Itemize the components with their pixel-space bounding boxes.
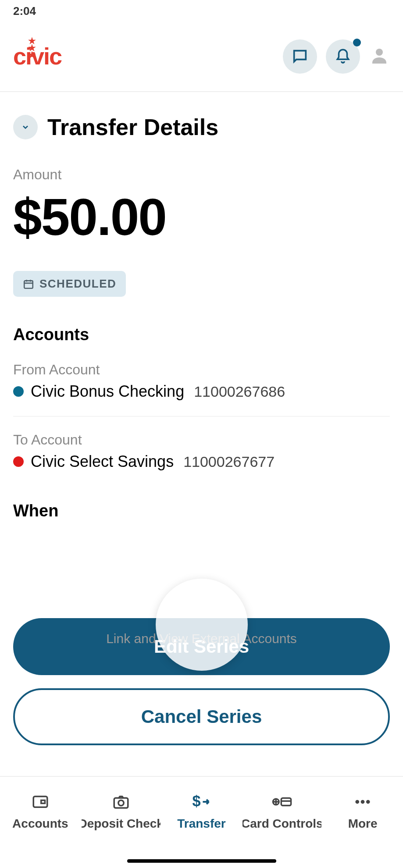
svg-point-0 xyxy=(376,49,383,56)
amount-value: $50.00 xyxy=(13,187,390,247)
status-time: 2:04 xyxy=(13,4,36,18)
to-account-row: Civic Select Savings 11000267677 xyxy=(13,452,390,471)
nav-label: More xyxy=(348,817,378,831)
chevron-down-icon xyxy=(21,123,30,132)
status-bar: 2:04 xyxy=(0,0,403,26)
when-heading: When xyxy=(13,502,390,520)
to-account-number: 11000267677 xyxy=(183,453,275,470)
from-account-number: 11000267686 xyxy=(194,383,285,400)
to-account-name: Civic Select Savings xyxy=(31,452,174,471)
svg-point-9 xyxy=(355,800,359,804)
bottom-nav: Accounts Deposit Check $ Transfer Card C… xyxy=(0,776,403,868)
camera-icon xyxy=(112,792,130,811)
transfer-icon: $ xyxy=(191,792,212,811)
chat-icon xyxy=(291,48,309,65)
nav-accounts[interactable]: Accounts xyxy=(1,792,80,831)
status-text: SCHEDULED xyxy=(39,277,116,291)
nav-label: Transfer xyxy=(177,817,226,831)
svg-rect-4 xyxy=(114,798,128,808)
action-bar: Link and View External Accounts Edit Ser… xyxy=(0,605,403,776)
transfer-details-panel: Transfer Details Amount $50.00 SCHEDULED… xyxy=(0,92,403,520)
svg-text:$: $ xyxy=(193,793,201,809)
nav-label: Accounts xyxy=(12,817,68,831)
profile-button[interactable] xyxy=(369,45,390,68)
logo-stars-icon: ★ ★ ★ xyxy=(28,37,61,58)
notification-dot-icon xyxy=(353,39,361,46)
header-actions xyxy=(283,39,390,74)
messages-button[interactable] xyxy=(283,39,317,74)
external-accounts-link[interactable]: Link and View External Accounts xyxy=(106,631,297,646)
svg-point-5 xyxy=(118,800,124,806)
bell-icon xyxy=(335,48,351,65)
svg-rect-1 xyxy=(24,281,33,288)
to-account-block: To Account Civic Select Savings 11000267… xyxy=(13,432,390,486)
cancel-series-button[interactable]: Cancel Series xyxy=(13,688,390,745)
nav-more[interactable]: More xyxy=(323,792,402,831)
amount-label: Amount xyxy=(13,167,390,183)
home-indicator[interactable] xyxy=(127,859,276,863)
accounts-heading: Accounts xyxy=(13,325,390,344)
section-header: Transfer Details xyxy=(13,114,390,140)
calendar-icon xyxy=(23,278,34,290)
nav-label: Card Controls xyxy=(243,817,321,831)
svg-rect-3 xyxy=(41,800,45,804)
wallet-icon xyxy=(31,792,50,811)
from-account-block: From Account Civic Bonus Checking 110002… xyxy=(13,362,390,416)
from-account-name: Civic Bonus Checking xyxy=(31,382,184,401)
from-account-label: From Account xyxy=(13,362,390,378)
edit-series-button[interactable]: Edit Series xyxy=(13,618,390,675)
notifications-button[interactable] xyxy=(326,39,360,74)
card-controls-icon xyxy=(271,792,292,811)
svg-point-10 xyxy=(361,800,365,804)
status-badge: SCHEDULED xyxy=(13,271,126,297)
collapse-toggle[interactable] xyxy=(13,115,38,139)
nav-deposit-check[interactable]: Deposit Check xyxy=(82,792,160,831)
app-header: ★ ★ ★ civic xyxy=(0,26,403,92)
svg-point-11 xyxy=(366,800,370,804)
to-account-label: To Account xyxy=(13,432,390,448)
nav-label: Deposit Check xyxy=(82,817,160,831)
page-title: Transfer Details xyxy=(47,114,218,140)
nav-card-controls[interactable]: Card Controls xyxy=(243,792,321,831)
ellipsis-icon xyxy=(353,792,372,811)
from-account-dot-icon xyxy=(13,386,24,397)
brand-logo: ★ ★ ★ civic xyxy=(13,47,61,66)
to-account-dot-icon xyxy=(13,456,24,467)
person-icon xyxy=(369,45,390,66)
from-account-row: Civic Bonus Checking 11000267686 xyxy=(13,382,390,401)
nav-transfer[interactable]: $ Transfer xyxy=(162,792,241,831)
